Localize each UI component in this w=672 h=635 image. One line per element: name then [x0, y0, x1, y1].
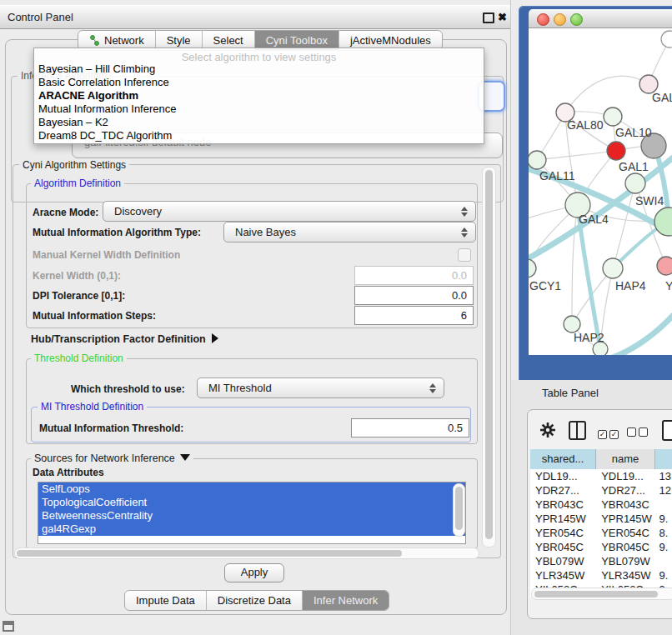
- mi-algorithm-type-combobox[interactable]: Naive Bayes: [223, 222, 476, 242]
- dropdown-item[interactable]: Dream8 DC_TDC Algorithm: [38, 129, 172, 142]
- dropdown-item[interactable]: Bayesian – K2: [38, 116, 108, 129]
- table-row[interactable]: YLR345WYLR345W9.: [530, 568, 672, 582]
- list-vertical-scrollbar[interactable]: [453, 483, 465, 537]
- cell: YDL19...: [594, 469, 652, 483]
- column-header-name[interactable]: name: [596, 449, 655, 469]
- cell: YBR045C: [594, 540, 652, 554]
- column-header-shared[interactable]: shared...: [530, 449, 596, 469]
- sources-group-title: Sources for Network Inference: [34, 452, 175, 464]
- algorithm-dropdown: Select algorithm to view settings Bayesi…: [33, 48, 484, 144]
- minimize-traffic-light[interactable]: [554, 13, 566, 26]
- cell: YPR145W: [594, 512, 652, 526]
- network-node-gcy1[interactable]: [529, 259, 536, 278]
- gear-icon[interactable]: [540, 422, 555, 438]
- close-icon[interactable]: ✖: [498, 12, 507, 22]
- scrollbar-thumb[interactable]: [455, 487, 463, 530]
- settings-horizontal-scrollbar[interactable]: [14, 548, 479, 559]
- tab-network-label: Network: [104, 34, 144, 47]
- mi-steps-label: Mutual Information Steps:: [33, 310, 156, 322]
- table-row[interactable]: YBL079WYBL079W: [530, 554, 672, 568]
- deselect-all-icon[interactable]: [627, 425, 650, 440]
- cell: YDR27...: [530, 483, 594, 498]
- list-item[interactable]: TopologicalCoefficient: [38, 496, 465, 509]
- cell: YBR043C: [530, 498, 594, 512]
- column-header-extra[interactable]: [655, 449, 672, 469]
- close-traffic-light[interactable]: [537, 13, 549, 26]
- hub-section-toggle[interactable]: Hub/Transcription Factor Definition: [31, 333, 218, 345]
- tab-infer-network[interactable]: Infer Network: [302, 591, 389, 610]
- kernel-width-value: 0.0: [452, 269, 467, 282]
- float-window-icon[interactable]: [483, 12, 494, 23]
- aracne-mode-label: Aracne Mode:: [33, 207, 98, 218]
- table-row[interactable]: YPR145WYPR145W9.: [530, 512, 672, 526]
- list-item[interactable]: gal4RGexp: [38, 522, 465, 536]
- tab-impute-data-label: Impute Data: [136, 594, 195, 607]
- node-label: GAL4: [579, 212, 609, 226]
- sources-group-toggle[interactable]: Sources for Network Inference: [31, 452, 193, 464]
- dropdown-item[interactable]: ARACNE Algorithm: [38, 89, 138, 102]
- table-row[interactable]: YER054CYER054C8.: [530, 526, 672, 540]
- mi-threshold-label: Mutual Information Threshold:: [39, 422, 183, 434]
- scrollbar-thumb[interactable]: [534, 591, 658, 598]
- manual-kernel-width-checkbox[interactable]: [458, 248, 471, 262]
- threshold-definition-title: Threshold Definition: [31, 352, 127, 364]
- scrollbar-thumb[interactable]: [485, 170, 493, 539]
- table-row[interactable]: YBR043CYBR043C: [530, 498, 672, 512]
- list-item[interactable]: SelfLoops: [38, 482, 465, 496]
- tab-impute-data[interactable]: Impute Data: [125, 591, 206, 610]
- screen: Control Panel ✖ Network Style Select Cyn…: [0, 0, 672, 635]
- checked-box-icon: ✓: [598, 430, 607, 439]
- settings-vertical-scrollbar[interactable]: [482, 167, 496, 548]
- cell: YLR345W: [594, 568, 652, 582]
- dock-window-icon[interactable]: [3, 621, 14, 632]
- new-table-icon[interactable]: [662, 420, 672, 441]
- kernel-width-input[interactable]: 0.0: [354, 266, 474, 285]
- table-row[interactable]: YDR27...YDR27...12: [530, 483, 672, 498]
- which-threshold-combobox[interactable]: MI Threshold: [197, 378, 444, 398]
- network-node[interactable]: [654, 208, 672, 236]
- tab-discretize-data-label: Discretize Data: [218, 594, 291, 607]
- cell: [653, 554, 672, 568]
- cell: 9.: [653, 568, 672, 582]
- mi-threshold-input[interactable]: 0.5: [351, 418, 469, 438]
- table-row[interactable]: YDL19...YDL19...13: [530, 469, 672, 483]
- dropdown-item[interactable]: Basic Correlation Inference: [38, 76, 169, 89]
- stepper-arrows-icon: [460, 227, 468, 238]
- scrollbar-thumb[interactable]: [17, 550, 402, 557]
- network-node-gal1[interactable]: [607, 142, 625, 160]
- table-horizontal-scrollbar[interactable]: [531, 588, 672, 600]
- network-node-gal10[interactable]: [604, 108, 622, 126]
- data-attributes-list[interactable]: SelfLoops TopologicalCoefficient Between…: [38, 482, 466, 544]
- network-canvas[interactable]: GAL GAL80 GAL10 GAL1 GAL11 SWI4 GAL4 GCY…: [529, 28, 672, 355]
- dpi-tolerance-input[interactable]: 0.0: [354, 286, 474, 305]
- aracne-mode-combobox[interactable]: Discovery: [103, 201, 476, 222]
- cell: YER054C: [594, 526, 652, 540]
- cell: YBR045C: [530, 540, 594, 554]
- cell: YPR145W: [530, 512, 594, 526]
- unchecked-box-icon: [639, 428, 648, 437]
- tab-style-label: Style: [167, 34, 191, 47]
- network-node-swi4[interactable]: [625, 173, 645, 193]
- mi-steps-input[interactable]: 6: [354, 306, 474, 325]
- network-node[interactable]: [657, 257, 672, 275]
- table-row[interactable]: YBR045CYBR045C9.: [530, 540, 672, 554]
- zoom-traffic-light[interactable]: [570, 13, 583, 26]
- dropdown-item[interactable]: Bayesian – Hill Climbing: [38, 62, 155, 76]
- list-item[interactable]: BetweennessCentrality: [38, 509, 465, 522]
- network-node[interactable]: [661, 31, 672, 48]
- node-label: GAL10: [615, 126, 652, 139]
- tab-select-label: Select: [213, 34, 243, 47]
- network-node-hap4[interactable]: [603, 258, 623, 278]
- columns-icon[interactable]: [569, 421, 586, 440]
- cell: YDL19...: [530, 469, 594, 483]
- select-all-icon[interactable]: ✓✓: [598, 425, 621, 440]
- tab-jactivemnodules-label: jActiveMNodules: [350, 34, 431, 47]
- network-icon: [89, 35, 100, 46]
- network-node-hap2[interactable]: [564, 316, 580, 332]
- dropdown-item[interactable]: Mutual Information Inference: [38, 102, 176, 116]
- network-node-gal11[interactable]: [529, 151, 546, 169]
- dpi-tolerance-label: DPI Tolerance [0,1]:: [33, 290, 125, 302]
- apply-button[interactable]: Apply: [224, 563, 284, 582]
- node-label: GAL: [652, 91, 672, 104]
- tab-discretize-data[interactable]: Discretize Data: [206, 591, 302, 610]
